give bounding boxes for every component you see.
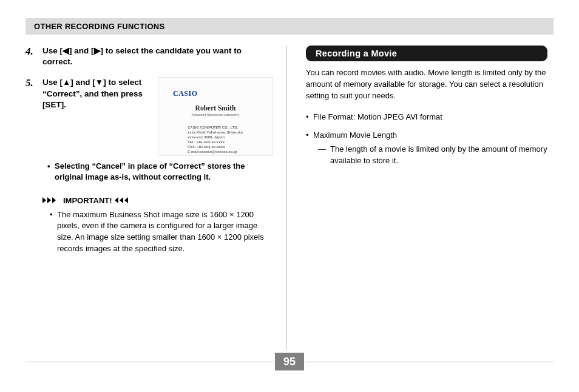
left-column: 4. Use [◀] and [▶] to select the candida… (25, 46, 286, 367)
page-body: 4. Use [◀] and [▶] to select the candida… (25, 46, 554, 367)
important-decoration-right-icon (115, 197, 133, 204)
bullet-file-format: File Format: Motion JPEG AVI format (306, 112, 547, 123)
bullet-max-length: Maximum Movie Length (306, 130, 547, 141)
business-card-image: CASIO Robert Smith Advanced Operations L… (158, 77, 273, 156)
right-column: Recording a Movie You can record movies … (286, 46, 547, 367)
card-line: xxxx Kinki Yokohama, Shizuoka (188, 130, 258, 135)
step-number: 4. (25, 46, 42, 67)
step-content: Use [▲] and [▼] to select “Correct”, and… (42, 77, 273, 182)
step-text: Use [◀] and [▶] to select the candidate … (42, 46, 268, 67)
page-number: 95 (275, 353, 304, 371)
card-details: CASIO COMPUTER CO., LTD. xxxx Kinki Yoko… (173, 125, 258, 155)
important-text: The maximum Business Shot image size is … (25, 209, 268, 255)
section-header: OTHER RECORDING FUNCTIONS (25, 18, 554, 35)
card-line: E-mail:xxxxxx@xxxxxx.co.jp (188, 149, 258, 154)
card-line: FAX: +81-xxx-xx-xxxx (188, 144, 258, 149)
footer-rule-left (25, 362, 274, 362)
bullet-max-length-sub: The length of a movie is limited only by… (306, 144, 547, 167)
card-name: Robert Smith (173, 104, 258, 113)
page-footer: 95 (25, 353, 554, 370)
column-divider (286, 46, 287, 350)
important-callout: IMPORTANT! (42, 196, 268, 205)
intro-paragraph: You can record movies with audio. Movie … (306, 67, 547, 102)
card-line: TEL: +81-xxx-xx-xxxx (188, 140, 258, 144)
step-sub-bullet: Selecting “Cancel” in place of “Correct”… (42, 161, 273, 182)
section-heading: Recording a Movie (306, 46, 547, 61)
step-text: Use [▲] and [▼] to select “Correct”, and… (42, 77, 152, 156)
step-4: 4. Use [◀] and [▶] to select the candida… (25, 46, 268, 67)
card-line: xxxx-xxx 3000, Japan (188, 135, 258, 140)
important-decoration-left-icon (42, 197, 61, 204)
footer-rule-right (305, 362, 554, 362)
card-subtitle: Advanced Operations Laboratory (173, 113, 258, 117)
step-5: 5. Use [▲] and [▼] to select “Correct”, … (25, 77, 268, 182)
card-line: CASIO COMPUTER CO., LTD. (188, 125, 258, 130)
important-label: IMPORTANT! (63, 196, 112, 205)
card-logo: CASIO (173, 89, 258, 98)
step-number: 5. (25, 77, 42, 182)
